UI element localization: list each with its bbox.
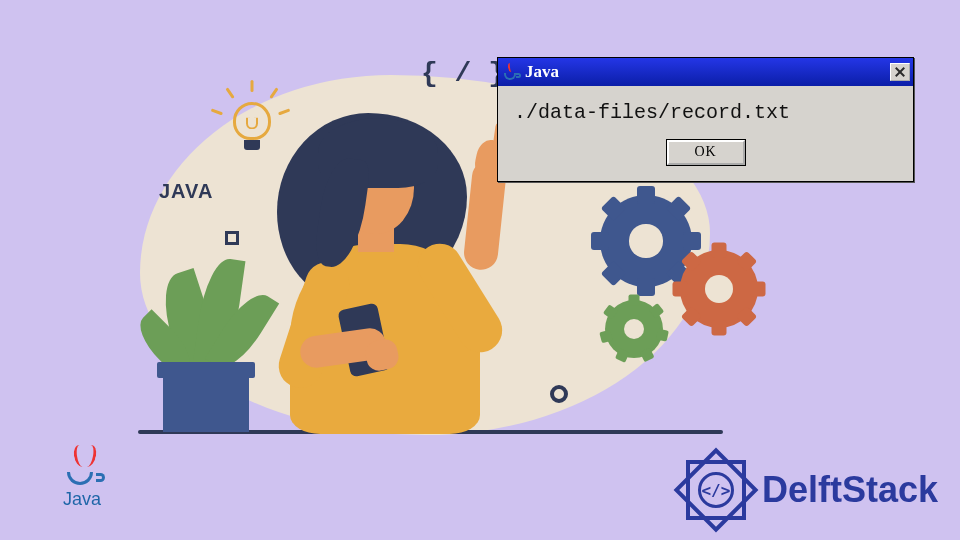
delftstack-wordmark: DelftStack: [762, 469, 938, 511]
lightbulb-icon: [227, 90, 277, 170]
close-button[interactable]: [890, 63, 910, 81]
dialog-body: ./data-files/record.txt OK: [498, 86, 913, 181]
java-logo: Java: [42, 445, 122, 510]
gear-icon-green: [605, 300, 663, 358]
dialog-title: Java: [525, 62, 890, 82]
java-dialog: Java ./data-files/record.txt OK: [497, 57, 914, 182]
plant-pot: [163, 374, 249, 432]
dialog-message: ./data-files/record.txt: [514, 100, 897, 126]
gear-icon-blue: [600, 195, 692, 287]
java-cup-icon: [61, 445, 103, 487]
delftstack-mark-icon: </>: [680, 454, 752, 526]
java-logo-caption: Java: [42, 489, 122, 510]
close-icon: [891, 64, 909, 80]
delftstack-logo: </> DelftStack: [680, 454, 938, 526]
java-label: JAVA: [159, 181, 213, 201]
square-shape-icon: [225, 231, 239, 245]
dialog-titlebar[interactable]: Java: [498, 58, 913, 86]
delftstack-inner-code: </>: [698, 472, 734, 508]
gear-icon-orange: [680, 250, 758, 328]
ok-button[interactable]: OK: [667, 140, 745, 165]
java-cup-icon: [501, 62, 521, 82]
circle-shape-icon: [550, 385, 568, 403]
code-braces-symbol: { / }: [421, 60, 505, 88]
